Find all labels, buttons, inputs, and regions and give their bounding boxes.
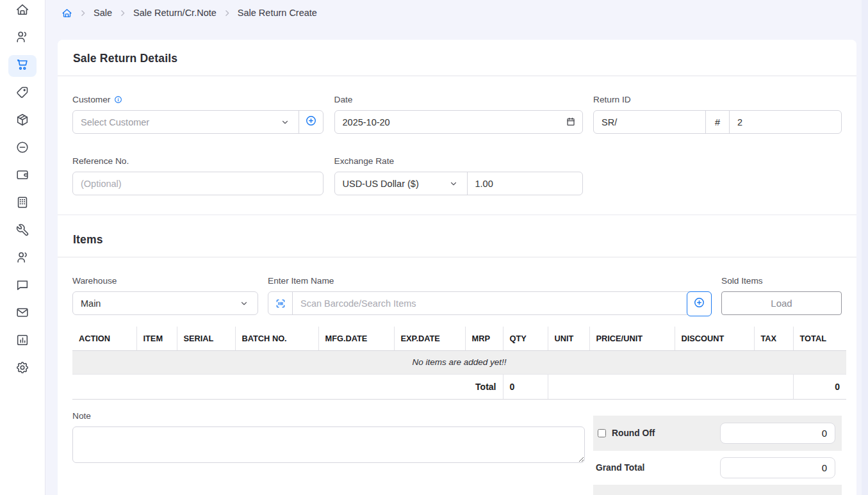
item-search-group bbox=[268, 291, 712, 315]
breadcrumb-sale[interactable]: Sale bbox=[94, 8, 112, 18]
date-input[interactable] bbox=[334, 110, 583, 134]
sidebar-item-settings[interactable] bbox=[8, 358, 37, 380]
col-qty: QTY bbox=[503, 327, 548, 350]
minus-circle-icon bbox=[15, 140, 29, 157]
total-qty-value: 0 bbox=[503, 374, 548, 399]
sidebar-item-wallet[interactable] bbox=[8, 165, 37, 187]
sidebar-item-reports[interactable] bbox=[8, 330, 37, 352]
col-discount: DISCOUNT bbox=[675, 327, 754, 350]
sidebar-item-tags[interactable] bbox=[8, 83, 37, 104]
plus-circle-icon bbox=[693, 296, 705, 311]
summary-panel: Round Off Grand Total bbox=[593, 416, 842, 495]
currency-select-value: USD-US Dollar ($) bbox=[343, 179, 419, 189]
details-header: Sale Return Details bbox=[58, 40, 856, 76]
sidebar-item-sales[interactable] bbox=[8, 55, 37, 77]
chevron-down-icon bbox=[449, 179, 458, 188]
wallet-icon bbox=[15, 168, 29, 184]
warehouse-select-value: Main bbox=[81, 298, 101, 309]
info-icon[interactable] bbox=[114, 95, 122, 104]
table-total-row: Total 0 0 bbox=[72, 374, 846, 399]
page-scrollbar[interactable] bbox=[862, 0, 868, 495]
col-mrp: MRP bbox=[465, 327, 503, 350]
breadcrumb: Sale Sale Return/Cr.Note Sale Return Cre… bbox=[45, 0, 862, 40]
exchange-rate-label: Exchange Rate bbox=[334, 156, 395, 166]
page-title: Sale Return Details bbox=[73, 52, 841, 65]
chevron-right-icon bbox=[223, 9, 231, 17]
col-mfg-date: MFG.DATE bbox=[318, 327, 394, 350]
tag-icon bbox=[15, 85, 29, 102]
customer-select-value: Select Customer bbox=[81, 117, 149, 127]
load-sold-items-button[interactable]: Load bbox=[721, 291, 842, 315]
sidebar-item-staff[interactable] bbox=[8, 248, 37, 270]
total-label: Total bbox=[72, 374, 503, 399]
item-search-input[interactable] bbox=[293, 292, 711, 314]
sidebar-item-adjustments[interactable] bbox=[8, 138, 37, 159]
sidebar-item-home[interactable] bbox=[8, 0, 37, 22]
table-header-row: ACTION ITEM SERIAL BATCH NO. MFG.DATE EX… bbox=[72, 327, 846, 350]
warehouse-label: Warehouse bbox=[72, 276, 117, 286]
chat-bubble-icon bbox=[15, 278, 29, 295]
exchange-rate-input[interactable] bbox=[468, 172, 582, 195]
breadcrumb-current: Sale Return Create bbox=[238, 8, 317, 18]
warehouse-select[interactable]: Main bbox=[73, 292, 258, 314]
col-tax: TAX bbox=[754, 327, 793, 350]
sidebar-item-tools[interactable] bbox=[8, 220, 37, 242]
note-label: Note bbox=[72, 411, 91, 421]
round-off-checkbox[interactable] bbox=[598, 429, 606, 437]
chevron-right-icon bbox=[79, 9, 87, 17]
item-search-label: Enter Item Name bbox=[268, 276, 334, 286]
add-customer-button[interactable] bbox=[299, 111, 323, 133]
grand-total-label: Grand Total bbox=[596, 463, 644, 473]
reference-input[interactable] bbox=[72, 172, 323, 195]
return-id-group: # bbox=[593, 110, 842, 134]
col-price-unit: PRICE/UNIT bbox=[589, 327, 675, 350]
barcode-scan-icon bbox=[268, 292, 293, 314]
empty-state-message: No items are added yet!! bbox=[72, 350, 846, 374]
add-item-button[interactable] bbox=[687, 291, 712, 316]
round-off-row: Round Off bbox=[593, 416, 842, 451]
sidebar-item-contacts[interactable] bbox=[8, 28, 37, 49]
chevron-down-icon bbox=[240, 299, 249, 308]
exchange-rate-group: USD-US Dollar ($) bbox=[334, 172, 583, 195]
customer-label: Customer bbox=[72, 95, 110, 104]
items-body: Warehouse Main Enter Item Name bbox=[58, 257, 856, 495]
breadcrumb-home-icon[interactable] bbox=[61, 8, 72, 19]
items-header: Items bbox=[58, 215, 856, 257]
items-title: Items bbox=[73, 233, 841, 247]
calculator-icon bbox=[15, 195, 29, 212]
grand-total-input[interactable] bbox=[720, 457, 835, 478]
user-icon bbox=[15, 250, 29, 267]
round-off-input[interactable] bbox=[720, 423, 835, 444]
sidebar-item-calculator[interactable] bbox=[8, 193, 37, 215]
sidebar-item-chat[interactable] bbox=[8, 275, 37, 297]
note-textarea[interactable] bbox=[72, 426, 585, 463]
col-unit: UNIT bbox=[548, 327, 589, 350]
return-id-prefix-input[interactable] bbox=[594, 111, 705, 133]
chevron-down-icon bbox=[281, 118, 290, 127]
sold-items-label: Sold Items bbox=[721, 276, 763, 286]
package-icon bbox=[15, 113, 29, 129]
breadcrumb-sale-return[interactable]: Sale Return/Cr.Note bbox=[133, 8, 217, 18]
users-icon bbox=[15, 30, 29, 47]
gear-icon bbox=[15, 361, 29, 377]
return-id-number-input[interactable] bbox=[730, 111, 841, 133]
details-body: Customer Select Customer Date bbox=[58, 76, 856, 215]
total-amount-value: 0 bbox=[793, 374, 846, 399]
round-off-label: Round Off bbox=[612, 428, 655, 438]
col-exp-date: EXP.DATE bbox=[394, 327, 465, 350]
next-summary-row-partial bbox=[593, 485, 842, 495]
empty-state-row: No items are added yet!! bbox=[72, 350, 846, 374]
sidebar-item-inventory[interactable] bbox=[8, 110, 37, 132]
home-icon bbox=[15, 3, 29, 19]
col-item: ITEM bbox=[136, 327, 177, 350]
sidebar bbox=[0, 0, 45, 495]
col-total: TOTAL bbox=[793, 327, 846, 350]
col-action: ACTION bbox=[72, 327, 136, 350]
reference-label: Reference No. bbox=[72, 156, 129, 166]
col-serial: SERIAL bbox=[177, 327, 235, 350]
customer-select[interactable]: Select Customer bbox=[73, 111, 299, 133]
warehouse-select-group: Main bbox=[72, 291, 258, 315]
grand-total-row: Grand Total bbox=[593, 451, 842, 485]
currency-select[interactable]: USD-US Dollar ($) bbox=[335, 172, 467, 195]
sidebar-item-mail[interactable] bbox=[8, 303, 37, 325]
